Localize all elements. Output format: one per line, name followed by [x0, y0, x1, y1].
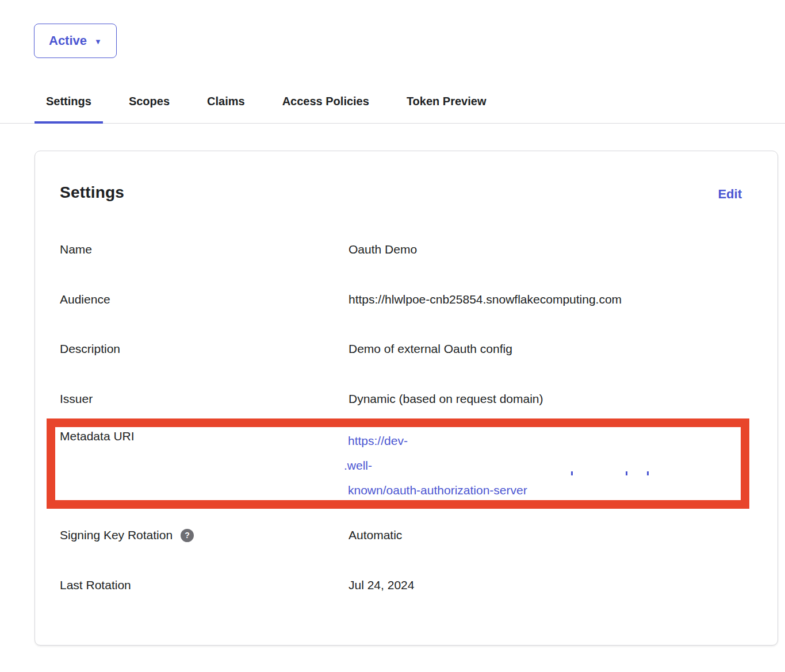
edit-link[interactable]: Edit [718, 187, 742, 202]
field-value: Jul 24, 2024 [349, 577, 414, 593]
tab-scopes[interactable]: Scopes [117, 91, 181, 124]
question-mark-help-icon[interactable]: ? [181, 529, 194, 542]
metadata-uri-line1: https://dev- [348, 428, 745, 453]
card-title: Settings [60, 183, 124, 202]
field-value: Demo of external Oauth config [349, 341, 512, 357]
tab-token-preview[interactable]: Token Preview [395, 91, 498, 124]
settings-card: Settings Edit Name Oauth Demo Audience h… [35, 151, 778, 646]
status-dropdown-button[interactable]: Active ▼ [34, 24, 117, 58]
metadata-uri-line3: known/oauth-authorization-server [348, 478, 745, 502]
field-label: Last Rotation [60, 577, 131, 593]
redacted-text-descender [571, 471, 573, 475]
field-label: Signing Key Rotation ? [60, 527, 194, 543]
field-label: Audience [60, 291, 110, 308]
metadata-uri-link[interactable]: https://dev- .well- known/oauth-authoriz… [348, 428, 745, 502]
redacted-text-descender [647, 471, 649, 475]
annotation-highlight-box: Metadata URI https://dev- .well- known/o… [47, 418, 749, 509]
field-value: Automatic [349, 527, 402, 543]
field-label: Description [60, 341, 120, 357]
field-value: Oauth Demo [349, 241, 417, 258]
field-label: Issuer [60, 391, 93, 407]
tab-access-policies[interactable]: Access Policies [271, 91, 381, 124]
field-label-text: Signing Key Rotation [60, 527, 173, 543]
field-value: https://hlwlpoe-cnb25854.snowflakecomput… [349, 291, 622, 308]
metadata-uri-line2: .well- [348, 453, 745, 478]
field-label: Name [60, 241, 92, 258]
tab-claims[interactable]: Claims [196, 91, 256, 124]
field-value: Dynamic (based on request domain) [349, 391, 543, 407]
caret-down-icon: ▼ [94, 37, 102, 45]
tab-settings[interactable]: Settings [35, 91, 103, 124]
field-label-metadata-uri: Metadata URI [60, 429, 135, 443]
tab-bar: Settings Scopes Claims Access Policies T… [0, 91, 785, 124]
redacted-text-descender [626, 471, 627, 475]
metadata-uri-line2-suffix: .well- [344, 459, 372, 472]
status-label: Active [49, 33, 87, 48]
